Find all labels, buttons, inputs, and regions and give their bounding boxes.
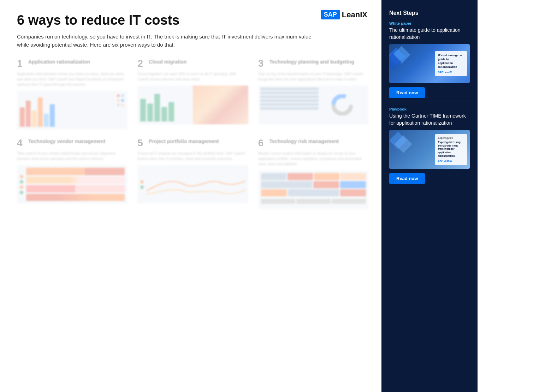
section-4-title: Technology vendor management bbox=[28, 138, 105, 144]
section-3-preview bbox=[258, 85, 369, 124]
sections-grid: 1 Application rationalization Applicatio… bbox=[17, 59, 369, 209]
section-3-body: Stay on top of the transformation of you… bbox=[258, 71, 369, 82]
next-steps-section: Next Steps White paper The ultimate guid… bbox=[389, 10, 470, 187]
section-4-preview bbox=[17, 165, 128, 204]
section-2-body: Cloud migration can save 20% or more on … bbox=[137, 71, 248, 82]
divider-1 bbox=[389, 101, 470, 101]
page-title: 6 ways to reduce IT costs bbox=[17, 13, 369, 28]
section-2-num: 2 bbox=[137, 59, 146, 69]
header-section: 6 ways to reduce IT costs Companies run … bbox=[17, 13, 369, 49]
section-3-num: 3 bbox=[258, 59, 267, 69]
section-4-num: 4 bbox=[17, 138, 25, 148]
section-6: 6 Technology risk management Monitor sou… bbox=[258, 138, 369, 209]
section-1-body: Application rationalization shows you wh… bbox=[17, 71, 128, 87]
section-1-title: Application rationalization bbox=[28, 59, 90, 65]
resource-1-title: The ultimate guide to application ration… bbox=[389, 27, 470, 41]
read-now-button-1[interactable]: Read now bbox=[389, 87, 425, 98]
sap-logo: SAP bbox=[321, 10, 340, 19]
section-5-preview bbox=[137, 165, 248, 204]
resource-2-image: Expert guide Expert guide Using the Gart… bbox=[389, 130, 470, 169]
resource-card-1: White paper The ultimate guide to applic… bbox=[389, 21, 470, 98]
section-1: 1 Application rationalization Applicatio… bbox=[17, 59, 128, 130]
section-1-num: 1 bbox=[17, 59, 25, 69]
section-2-title: Cloud migration bbox=[149, 59, 186, 65]
resource-card-2: Playbook Using the Gartner TIME framewor… bbox=[389, 107, 470, 184]
section-5-title: Project portfolio management bbox=[149, 138, 219, 144]
resource-1-type: White paper bbox=[389, 21, 470, 25]
resource-2-image-label: Expert guide Expert guide Using the Gart… bbox=[435, 134, 467, 165]
leanix-logo: LeanIX bbox=[342, 10, 367, 19]
section-1-preview bbox=[17, 91, 128, 130]
read-now-button-2[interactable]: Read now bbox=[389, 173, 425, 184]
section-6-body: Monitor source system information to alw… bbox=[258, 151, 369, 167]
section-4-body: Take control of your vendor relationship… bbox=[17, 151, 128, 161]
page-subtitle: Companies run on technology, so you have… bbox=[17, 33, 324, 49]
logo: SAP LeanIX bbox=[321, 10, 367, 19]
section-6-title: Technology risk management bbox=[269, 138, 339, 144]
section-5: 5 Project portfolio management Ensure al… bbox=[137, 138, 248, 209]
section-2-preview bbox=[137, 85, 248, 124]
resource-2-title: Using the Gartner TIME framework for app… bbox=[389, 113, 470, 126]
section-3: 3 Technology planning and budgeting Stay… bbox=[258, 59, 369, 130]
section-4: 4 Technology vendor management Take cont… bbox=[17, 138, 128, 209]
section-5-body: Ensure all IT projects are managed in th… bbox=[137, 151, 248, 161]
next-steps-title: Next Steps bbox=[389, 10, 470, 16]
section-6-preview bbox=[258, 170, 369, 209]
section-3-title: Technology planning and budgeting bbox=[269, 59, 354, 65]
resource-2-type: Playbook bbox=[389, 107, 470, 111]
section-2: 2 Cloud migration Cloud migration can sa… bbox=[137, 59, 248, 130]
resource-1-image: IT cost savings: a guide to application … bbox=[389, 44, 470, 83]
section-6-num: 6 bbox=[258, 138, 267, 148]
sidebar: Next Steps White paper The ultimate guid… bbox=[381, 0, 478, 392]
resource-1-image-label: IT cost savings: a guide to application … bbox=[435, 51, 467, 76]
section-5-num: 5 bbox=[137, 138, 146, 148]
